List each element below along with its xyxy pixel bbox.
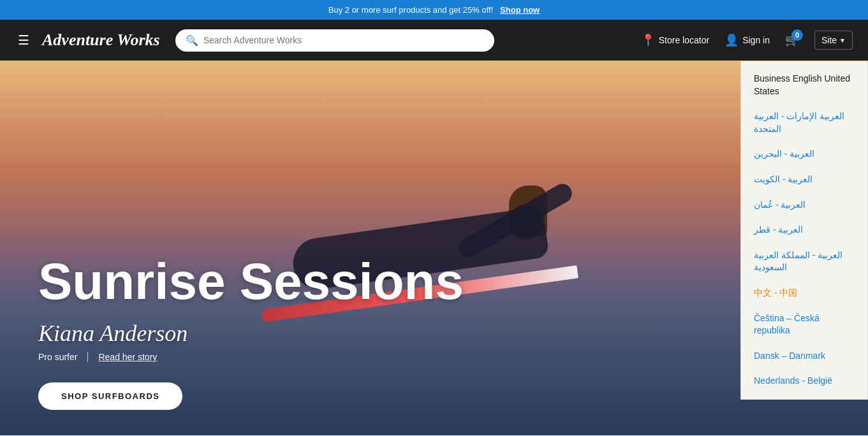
hero-pro-label: Pro surfer <box>38 352 77 362</box>
hamburger-icon[interactable]: ☰ <box>15 30 32 50</box>
hero-divider <box>87 352 88 362</box>
store-locator-button[interactable]: 📍 Store locator <box>641 33 709 47</box>
logo[interactable]: Adventure Works <box>42 31 160 50</box>
header: ☰ Adventure Works 🔍 📍 Store locator 👤 Si… <box>0 20 868 61</box>
cart-badge: 0 <box>791 29 803 41</box>
read-story-link[interactable]: Read her story <box>98 352 157 362</box>
hero-section: Sunrise Sessions Kiana Anderson Pro surf… <box>0 61 868 435</box>
search-icon: 🔍 <box>186 34 198 47</box>
search-bar: 🔍 <box>175 29 494 52</box>
site-dropdown-item[interactable]: 中文 - 中国 <box>741 280 867 306</box>
location-icon: 📍 <box>641 33 655 47</box>
hero-title: Sunrise Sessions <box>38 256 830 307</box>
site-dropdown-item[interactable]: العربية - البحرين <box>741 142 867 167</box>
search-input[interactable] <box>203 35 484 45</box>
site-selector-button[interactable]: Site ▼ <box>814 31 853 50</box>
sign-in-label: Sign in <box>742 35 770 45</box>
site-dropdown-item[interactable]: العربية - عُمان <box>741 193 867 218</box>
site-dropdown-item[interactable]: العربية الإمارات - العربية المتحدة <box>741 104 867 142</box>
site-dropdown-item[interactable]: Business English United States <box>741 66 867 104</box>
cart-button[interactable]: 🛒 0 <box>785 33 799 47</box>
site-dropdown-item[interactable]: Nederlands - België <box>741 368 867 394</box>
store-locator-label: Store locator <box>659 35 709 45</box>
shop-now-link[interactable]: Shop now <box>500 5 540 15</box>
site-label: Site <box>821 35 837 45</box>
sign-in-button[interactable]: 👤 Sign in <box>725 33 770 47</box>
site-dropdown-panel: Business English United Statesالعربية ال… <box>740 61 868 400</box>
site-dropdown-item[interactable]: Dansk – Danmark <box>741 344 867 369</box>
site-dropdown-item[interactable]: العربية - المملكة العربية السعودية <box>741 243 867 280</box>
site-dropdown-item[interactable]: Čeština – Česká republika <box>741 306 867 344</box>
hero-subtitle-row: Pro surfer Read her story <box>38 352 830 362</box>
user-icon: 👤 <box>725 33 739 47</box>
hero-content: Sunrise Sessions Kiana Anderson Pro surf… <box>0 61 868 435</box>
chevron-down-icon: ▼ <box>839 37 846 44</box>
header-actions: 📍 Store locator 👤 Sign in 🛒 0 Site ▼ <box>641 31 853 50</box>
site-dropdown-item[interactable]: العربية - قطر <box>741 217 867 243</box>
site-dropdown-item[interactable]: العربية - الكويت <box>741 167 867 193</box>
top-banner: Buy 2 or more surf products and get 25% … <box>0 0 868 20</box>
hero-surfer-name: Kiana Anderson <box>38 320 830 347</box>
shop-surfboards-button[interactable]: SHOP SURFBOARDS <box>38 382 182 410</box>
banner-text: Buy 2 or more surf products and get 25% … <box>328 5 493 15</box>
